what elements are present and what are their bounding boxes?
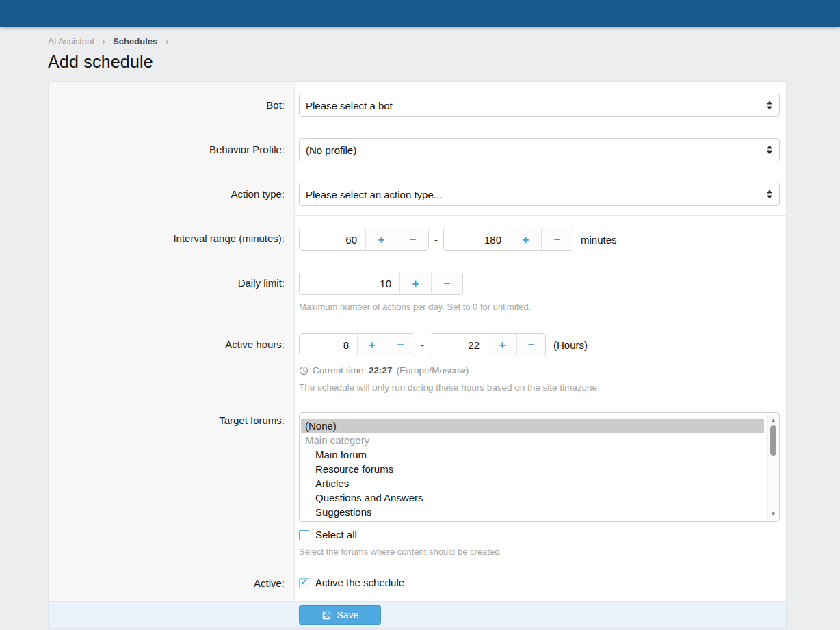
save-icon <box>321 610 332 620</box>
form-row-action-type: Action type: Please select an action typ… <box>49 171 786 215</box>
hours-start-increment-button[interactable]: + <box>357 334 386 356</box>
forum-option[interactable]: Suggestions <box>301 505 764 519</box>
interval-max-decrement-button[interactable]: − <box>541 228 573 250</box>
daily-limit-stepper: + − <box>299 272 463 295</box>
behavior-profile-select[interactable]: (No profile) <box>299 138 780 161</box>
range-separator: - <box>421 339 424 351</box>
scrollbar-thumb[interactable] <box>770 425 776 456</box>
breadcrumb-separator-icon: › <box>166 37 168 47</box>
forum-option[interactable]: Resource forums <box>301 462 764 476</box>
interval-range-label: Interval range (minutes): <box>49 215 295 261</box>
form-row-daily-limit: Daily limit: + − Maximum number of actio… <box>49 261 786 321</box>
page-title: Add schedule <box>48 52 787 72</box>
current-timezone: (Europe/Moscow) <box>397 365 469 376</box>
active-hours-label: Active hours: <box>49 321 295 404</box>
current-time-line: Current time: 22:27 (Europe/Moscow) <box>299 365 780 376</box>
current-time-label: Current time: <box>313 365 366 376</box>
scroll-up-icon[interactable]: ▲ <box>768 417 778 423</box>
interval-max-increment-button[interactable]: + <box>510 228 541 250</box>
page-content: AI Assistant › Schedules › Add schedule … <box>48 27 787 601</box>
interval-min-increment-button[interactable]: + <box>365 228 397 250</box>
range-separator: - <box>434 234 438 246</box>
current-time-value: 22:27 <box>369 365 393 376</box>
interval-unit-label: minutes <box>581 234 617 246</box>
hours-end-input[interactable] <box>430 334 488 356</box>
select-all-row: Select all <box>299 529 780 541</box>
active-label: Active: <box>49 566 295 601</box>
breadcrumb-link-schedules[interactable]: Schedules <box>113 36 157 47</box>
active-row: ✓ Active the schedule <box>299 577 780 589</box>
form-row-behavior-profile: Behavior Profile: (No profile) <box>49 127 786 171</box>
scroll-down-icon[interactable]: ▼ <box>768 511 778 517</box>
daily-limit-label: Daily limit: <box>49 261 295 321</box>
form-row-bot: Bot: Please select a bot <box>49 82 786 127</box>
interval-min-decrement-button[interactable]: − <box>397 228 428 250</box>
interval-max-input[interactable] <box>444 228 510 250</box>
clock-icon <box>299 366 309 376</box>
interval-min-stepper: + − <box>299 228 429 251</box>
select-all-checkbox[interactable] <box>299 530 309 540</box>
breadcrumb: AI Assistant › Schedules › <box>48 27 787 47</box>
daily-limit-input[interactable] <box>300 272 399 294</box>
forum-option[interactable]: Questions and Answers <box>301 490 764 505</box>
target-forums-listbox[interactable]: (None) Main category Main forum Resource… <box>299 412 780 522</box>
behavior-profile-label: Behavior Profile: <box>49 127 295 171</box>
vertical-scrollbar[interactable]: ▲ ▼ <box>767 414 778 521</box>
target-forums-label: Target forums: <box>49 404 295 566</box>
forum-option[interactable]: Main forum <box>301 447 764 462</box>
bot-select[interactable]: Please select a bot <box>299 94 780 117</box>
breadcrumb-link-ai-assistant[interactable]: AI Assistant <box>48 36 94 47</box>
hours-start-stepper: + − <box>299 333 415 356</box>
select-all-label: Select all <box>315 529 357 541</box>
hours-start-input[interactable] <box>300 334 357 356</box>
active-checkbox-label: Active the schedule <box>315 577 404 589</box>
daily-limit-increment-button[interactable]: + <box>399 272 431 294</box>
hours-end-stepper: + − <box>430 333 546 356</box>
forum-option[interactable]: Support forum <box>301 519 764 522</box>
save-button-label: Save <box>337 609 359 620</box>
hours-end-increment-button[interactable]: + <box>488 334 516 356</box>
daily-limit-explain: Maximum number of actions per day. Set t… <box>299 302 780 313</box>
admin-header-bar <box>0 0 840 27</box>
form-row-interval-range: Interval range (minutes): + − - + − minu… <box>49 215 786 261</box>
daily-limit-decrement-button[interactable]: − <box>431 272 462 294</box>
action-type-select[interactable]: Please select an action type... <box>299 183 780 206</box>
add-schedule-form: Bot: Please select a bot Behavior Profil… <box>48 81 787 601</box>
interval-min-input[interactable] <box>300 228 365 250</box>
active-checkbox[interactable]: ✓ <box>299 578 309 588</box>
interval-max-stepper: + − <box>443 228 573 251</box>
breadcrumb-separator-icon: › <box>103 37 105 47</box>
action-type-label: Action type: <box>49 171 295 215</box>
bot-label: Bot: <box>49 82 295 127</box>
form-footer: Save <box>48 601 787 629</box>
hours-start-decrement-button[interactable]: − <box>386 334 415 356</box>
active-hours-explain: The schedule will only run during these … <box>299 382 780 393</box>
forum-option-group: Main category <box>301 433 764 447</box>
forum-option[interactable]: Articles <box>301 476 764 490</box>
forum-option-none[interactable]: (None) <box>301 419 764 433</box>
form-row-active-hours: Active hours: + − - + − (Hours) <box>49 321 786 404</box>
form-row-active: Active: ✓ Active the schedule <box>49 566 786 601</box>
hours-unit-label: (Hours) <box>553 339 588 351</box>
target-forums-explain: Select the forums where content should b… <box>299 547 780 557</box>
hours-end-decrement-button[interactable]: − <box>516 334 545 356</box>
save-button[interactable]: Save <box>299 605 381 625</box>
form-row-target-forums: Target forums: (None) Main category Main… <box>49 404 786 566</box>
check-icon: ✓ <box>300 578 307 586</box>
